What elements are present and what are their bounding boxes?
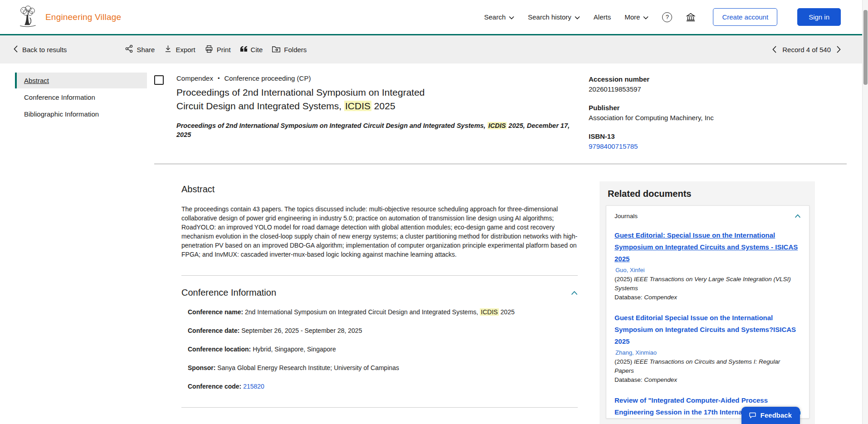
collapse-group-chevron-up-icon[interactable] [795, 214, 801, 218]
top-nav: Search Search history Alerts More ? Crea… [484, 8, 841, 26]
related-documents-heading: Related documents [606, 189, 809, 199]
scrollbar-thumb[interactable] [863, 10, 868, 85]
select-record-checkbox[interactable] [154, 75, 164, 85]
journals-group-label: Journals [614, 213, 638, 219]
highlighted-term: ICDIS [488, 122, 507, 129]
record-kicker: Compendex • Conference proceeding (CP) [176, 74, 589, 82]
record-metadata: Accession number 20260119853597 Publishe… [589, 74, 847, 161]
source-citation: Proceedings of 2nd International Symposi… [176, 121, 589, 139]
database-line: Database: Compendex [614, 375, 801, 385]
abstract-heading: Abstract [181, 184, 578, 195]
conference-location-row: Conference location: Hybrid, Singapore, … [181, 345, 578, 354]
record-title: Proceedings of 2nd International Symposi… [176, 86, 442, 113]
record-count-label: Record 4 of 540 [782, 46, 831, 54]
page-scrollbar [862, 0, 868, 424]
print-button[interactable]: Print [205, 44, 231, 55]
related-document-link[interactable]: Guest Editorial: Special Issue on the In… [614, 229, 801, 265]
isbn-block: ISBN-13 9798400715785 [589, 132, 847, 150]
chevron-down-icon [643, 13, 649, 21]
citation-line: (2025) IEEE Transactions on Circuits and… [614, 357, 801, 375]
sidebar-item-bibliographic-information[interactable]: Bibliographic Information [15, 106, 147, 122]
app-header: Engineering Village Search Search histor… [0, 0, 868, 34]
nav-alerts[interactable]: Alerts [594, 13, 611, 21]
highlighted-term: ICDIS [480, 308, 498, 316]
conference-date-row: Conference date: September 26, 2025 - Se… [181, 327, 578, 335]
record-header: Compendex • Conference proceeding (CP) P… [154, 63, 847, 161]
database-label: Compendex [176, 74, 213, 82]
abstract-text: The proceedings contain 43 papers. The t… [181, 205, 578, 259]
share-button[interactable]: Share [125, 44, 155, 54]
sign-in-button[interactable]: Sign in [797, 8, 841, 26]
elsevier-tree-logo-icon [17, 5, 38, 29]
share-icon [125, 44, 133, 54]
institution-icon[interactable] [686, 12, 696, 22]
isbn-link[interactable]: 9798400715785 [589, 142, 638, 150]
folders-button[interactable]: Folders [272, 45, 307, 54]
sidebar-item-conference-information[interactable]: Conference Information [15, 89, 147, 105]
previous-record-button[interactable] [772, 46, 776, 53]
conference-information-heading: Conference Information [181, 288, 276, 298]
section-divider [181, 407, 578, 408]
accession-number-block: Accession number 20260119853597 [589, 75, 847, 93]
cite-quote-icon [240, 46, 248, 54]
next-record-button[interactable] [837, 46, 841, 53]
record-sections: Abstract The proceedings contain 43 pape… [154, 164, 578, 424]
highlighted-term: ICDIS [344, 101, 371, 111]
related-documents-card: Journals Guest Editorial: Special Issue … [606, 205, 809, 419]
publisher-block: Publisher Association for Computing Mach… [589, 104, 847, 122]
chevron-down-icon [575, 13, 580, 21]
record-content: Compendex • Conference proceeding (CP) P… [154, 63, 847, 424]
back-to-results-link[interactable]: Back to results [14, 45, 67, 54]
toolbar-actions: Share Export Print Cite Folders [125, 44, 307, 55]
bullet-separator: • [218, 75, 220, 82]
nav-search[interactable]: Search [484, 13, 514, 21]
conference-code-row: Conference code: 215820 [181, 382, 578, 391]
speech-bubble-icon [749, 411, 756, 419]
record-pagination: Record 4 of 540 [772, 46, 841, 54]
conference-name-row: Conference name: 2nd International Sympo… [181, 308, 578, 317]
section-divider [181, 275, 578, 276]
nav-search-history[interactable]: Search history [528, 13, 580, 21]
feedback-button[interactable]: Feedback [741, 407, 800, 424]
section-nav: Abstract Conference Information Bibliogr… [15, 73, 147, 123]
doc-type-label: Conference proceeding (CP) [224, 74, 311, 82]
related-document-link[interactable]: Guest Editorial Special Issue on the Int… [614, 312, 801, 347]
brand-name: Engineering Village [45, 12, 121, 22]
record-toolbar: Back to results Share Export Print Cite … [0, 35, 868, 63]
database-line: Database: Compendex [614, 293, 801, 302]
chevron-left-icon [14, 45, 18, 54]
collapse-section-chevron-up-icon[interactable] [571, 291, 578, 295]
help-icon[interactable]: ? [662, 12, 672, 22]
print-icon [205, 44, 214, 55]
author-link[interactable]: Guo, Xinfei [614, 267, 801, 273]
export-icon [164, 44, 172, 54]
nav-more[interactable]: More [624, 13, 649, 21]
related-document-item: Guest Editorial Special Issue on the Int… [614, 312, 801, 385]
sponsor-row: Sponsor: Sanya Global Energy Research In… [181, 364, 578, 372]
export-button[interactable]: Export [164, 44, 195, 54]
cite-button[interactable]: Cite [240, 46, 263, 54]
folder-add-icon [272, 45, 281, 54]
chevron-down-icon [509, 13, 514, 21]
brand[interactable]: Engineering Village [17, 5, 121, 29]
author-link[interactable]: Zhang, Xinmiao [614, 349, 801, 356]
related-documents-panel: Related documents Journals Guest Editori… [600, 181, 815, 424]
conference-code-link[interactable]: 215820 [243, 383, 264, 390]
citation-line: (2025) IEEE Transactions on Very Large S… [614, 275, 801, 293]
create-account-button[interactable]: Create account [713, 8, 777, 26]
sidebar-item-abstract[interactable]: Abstract [15, 73, 147, 88]
publisher-value: Association for Computing Machinery, Inc [589, 114, 847, 122]
related-document-item: Guest Editorial: Special Issue on the In… [614, 229, 801, 302]
accession-number-value: 20260119853597 [589, 85, 847, 93]
